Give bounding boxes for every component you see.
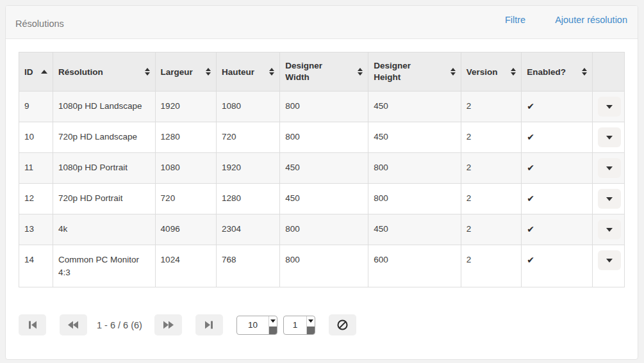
column-label: Enabled? [527,67,566,77]
table-row: 91080p HD Landscape192010808004502✔ [19,92,625,122]
caret-down-icon [308,319,313,323]
cell-resolution: 1080p HD Portrait [53,153,155,184]
column-header-designer_width[interactable]: Designer Width [280,52,368,92]
panel-body: IDRésolutionLargeurHauteurDesigner Width… [6,39,638,348]
fast-backward-icon [68,321,79,329]
clear-filter-button[interactable] [329,314,356,335]
table-row: 12720p HD Portrait72012804508002✔ [19,184,625,214]
heading-links: Filtre Ajouter résolution [505,15,627,25]
column-label: ID [24,67,33,77]
table-row: 10720p HD Landscape12807208004502✔ [19,122,625,153]
sort-icon [582,68,587,76]
cell-designer_width: 800 [280,245,368,287]
caret-down-icon [606,136,613,140]
next-page-button[interactable] [154,314,182,335]
cell-version: 2 [461,184,522,214]
row-actions-button[interactable] [598,189,621,209]
sort-icon [145,68,150,76]
enabled-check-icon: ✔ [527,224,534,234]
cell-resolution: 720p HD Landscape [53,122,155,153]
cell-hauteur: 1920 [217,153,280,184]
panel-heading: Résolutions Filtre Ajouter résolution [6,6,638,39]
cell-id: 14 [19,245,53,287]
resolutions-table: IDRésolutionLargeurHauteurDesigner Width… [19,52,625,287]
filter-link[interactable]: Filtre [505,15,525,25]
enabled-check-icon: ✔ [527,255,534,265]
cell-designer_width: 450 [280,153,368,184]
row-actions-button[interactable] [598,97,621,117]
enabled-check-icon: ✔ [527,101,534,111]
page-title: Résolutions [15,19,64,29]
cell-enabled: ✔ [522,153,593,184]
column-header-version[interactable]: Version [461,52,522,92]
row-actions-button[interactable] [598,158,621,178]
cell-version: 2 [461,245,522,287]
cell-actions [592,92,624,122]
cell-hauteur: 2304 [217,214,280,245]
cell-id: 10 [19,122,53,153]
cell-resolution: 1080p HD Landscape [53,92,155,122]
cell-id: 11 [19,153,53,184]
prev-page-button[interactable] [60,314,87,335]
cell-hauteur: 1080 [217,92,280,122]
page-number-select[interactable]: 1 [283,316,315,335]
table-row: 14Common PC Monitor 4:310247688006002✔ [19,245,625,287]
cell-hauteur: 768 [217,245,280,287]
column-header-id[interactable]: ID [19,52,53,92]
cell-designer_height: 450 [368,92,461,122]
table-header: IDRésolutionLargeurHauteurDesigner Width… [19,52,625,92]
column-header-resolution[interactable]: Résolution [53,52,155,92]
cell-designer_height: 800 [368,184,461,214]
row-actions-button[interactable] [598,220,621,239]
cell-version: 2 [461,92,522,122]
cell-resolution: 720p HD Portrait [53,184,155,214]
column-header-largeur[interactable]: Largeur [155,52,216,92]
page-size-select[interactable]: 10 [236,316,277,335]
cell-largeur: 1280 [155,122,216,153]
caret-down-icon [606,228,613,232]
column-label: Résolution [58,67,103,77]
caret-down-icon [270,319,276,323]
column-label: Hauteur [222,67,254,77]
cell-id: 12 [19,184,53,214]
cell-version: 2 [461,153,522,184]
skip-to-first-icon [28,321,37,329]
cell-largeur: 1920 [155,92,216,122]
column-header-enabled[interactable]: Enabled? [522,52,593,92]
enabled-check-icon: ✔ [527,132,534,142]
cell-actions [592,245,624,287]
cell-enabled: ✔ [522,122,593,153]
caret-down-icon [606,197,613,201]
page-number-value: 1 [284,316,306,334]
cancel-icon [337,319,348,330]
column-header-designer_height[interactable]: Designer Height [368,52,461,92]
cell-designer_height: 450 [368,214,461,245]
row-actions-button[interactable] [598,127,621,147]
sort-ascending-icon [41,70,47,74]
sort-icon [358,68,363,76]
column-header-hauteur[interactable]: Hauteur [217,52,280,92]
select-strip [306,316,315,334]
column-label: Designer Width [285,60,326,83]
fast-forward-icon [163,321,174,329]
sort-icon [511,68,516,76]
column-label: Designer Height [374,60,415,83]
cell-version: 2 [461,122,522,153]
last-page-button[interactable] [195,314,223,335]
cell-hauteur: 720 [217,122,280,153]
first-page-button[interactable] [19,314,46,335]
sort-icon [269,68,274,76]
page-size-value: 10 [237,316,268,334]
enabled-check-icon: ✔ [527,193,534,204]
resolutions-panel: Résolutions Filtre Ajouter résolution ID… [5,5,638,360]
cell-largeur: 1024 [155,245,216,287]
add-resolution-link[interactable]: Ajouter résolution [555,15,627,25]
cell-enabled: ✔ [522,214,593,245]
cell-id: 9 [19,92,53,122]
select-thumb [307,327,315,334]
caret-down-icon [606,105,613,109]
cell-resolution: Common PC Monitor 4:3 [53,245,155,287]
cell-version: 2 [461,214,522,245]
row-actions-button[interactable] [598,250,621,270]
cell-enabled: ✔ [522,184,593,214]
